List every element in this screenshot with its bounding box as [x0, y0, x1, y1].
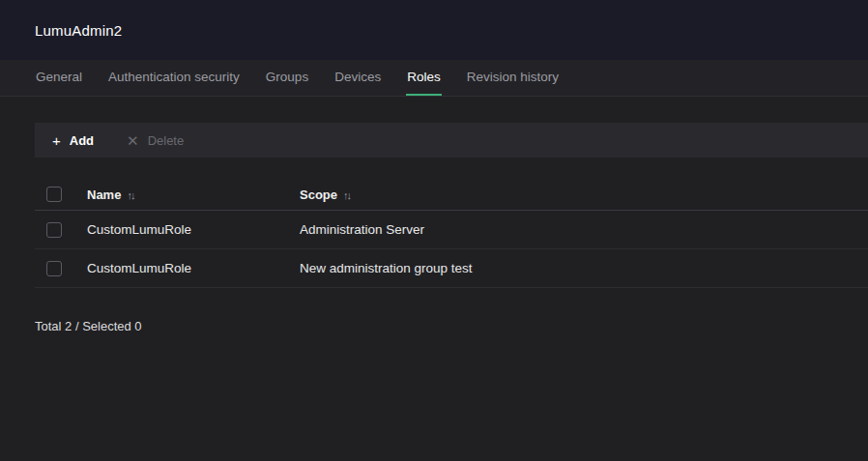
column-header-name-label: Name: [87, 187, 121, 202]
plus-icon: +: [52, 133, 61, 148]
sort-icon[interactable]: ↑↓: [343, 189, 350, 201]
row-checkbox-cell: [35, 222, 87, 238]
table-header-row: Name↑↓ Scope↑↓: [35, 179, 868, 211]
main-content: + Add ✕ Delete Name↑↓ Scope↑↓ CustomLumu…: [0, 97, 868, 333]
tab-devices[interactable]: Devices: [333, 60, 382, 96]
tab-authentication-security[interactable]: Authentication security: [107, 60, 241, 96]
role-scope-cell: New administration group test: [300, 261, 868, 275]
role-scope-cell: Administration Server: [300, 222, 868, 237]
page-title: LumuAdmin2: [35, 22, 122, 39]
table-row[interactable]: CustomLumuRole Administration Server: [35, 211, 868, 249]
row-checkbox-cell: [35, 261, 87, 276]
column-header-name[interactable]: Name↑↓: [87, 187, 300, 202]
total-selected-summary: Total 2 / Selected 0: [35, 319, 868, 333]
row-checkbox[interactable]: [46, 222, 62, 238]
close-icon: ✕: [127, 133, 139, 148]
add-button-label: Add: [70, 133, 94, 148]
add-button[interactable]: + Add: [46, 123, 100, 158]
select-all-checkbox[interactable]: [46, 187, 62, 202]
table-row[interactable]: CustomLumuRole New administration group …: [35, 249, 868, 288]
column-header-scope-label: Scope: [300, 187, 337, 202]
delete-button-label: Delete: [148, 133, 185, 148]
app-header: LumuAdmin2: [0, 0, 868, 60]
tab-roles[interactable]: Roles: [406, 60, 442, 96]
sort-icon[interactable]: ↑↓: [127, 189, 133, 201]
tab-groups[interactable]: Groups: [265, 60, 309, 96]
tab-revision-history[interactable]: Revision history: [466, 60, 560, 96]
tab-bar: General Authentication security Groups D…: [0, 60, 868, 97]
role-name-cell[interactable]: CustomLumuRole: [87, 261, 300, 275]
role-name-cell[interactable]: CustomLumuRole: [87, 222, 300, 237]
tab-general[interactable]: General: [35, 60, 83, 96]
row-checkbox[interactable]: [46, 261, 62, 276]
roles-table: Name↑↓ Scope↑↓ CustomLumuRole Administra…: [35, 179, 868, 288]
select-all-cell: [35, 187, 87, 202]
delete-button[interactable]: ✕ Delete: [121, 123, 189, 158]
column-header-scope[interactable]: Scope↑↓: [300, 187, 868, 202]
toolbar: + Add ✕ Delete: [35, 123, 868, 158]
